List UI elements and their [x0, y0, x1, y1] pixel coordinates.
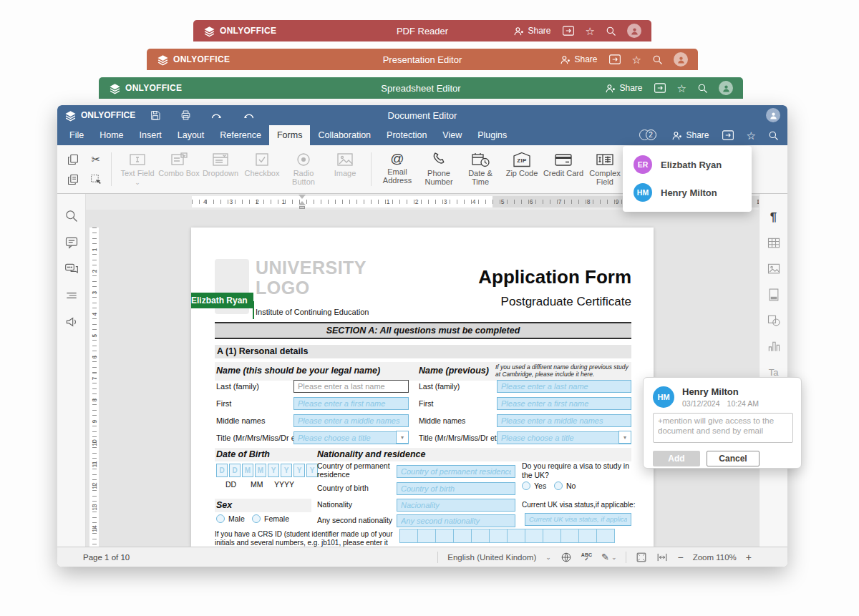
open-file-location-icon[interactable] [722, 129, 734, 141]
chart-settings-icon[interactable] [766, 338, 782, 354]
tab-layout[interactable]: Layout [170, 125, 213, 145]
tab-file[interactable]: File [62, 125, 92, 145]
zoom-out-button[interactable]: − [677, 552, 683, 562]
chevron-down-icon[interactable]: ⌄ [135, 179, 140, 187]
cut-icon[interactable]: ✂ [87, 150, 105, 169]
sex-female-option[interactable]: Female [252, 514, 289, 523]
tab-reference[interactable]: Reference [212, 125, 269, 145]
document-language-globe-icon[interactable] [560, 552, 572, 563]
zoom-in-button[interactable]: + [746, 552, 752, 562]
visa-status-input[interactable] [525, 513, 631, 526]
radio-icon[interactable] [522, 481, 530, 490]
header-footer-settings-icon[interactable] [766, 287, 782, 303]
paragraph-settings-icon[interactable]: ¶ [766, 210, 782, 225]
chevron-down-icon[interactable]: ⌄ [545, 554, 551, 561]
redo-icon[interactable] [210, 111, 223, 119]
print-icon[interactable] [180, 109, 192, 121]
page-indicator[interactable]: Page 1 of 10 [83, 553, 130, 562]
tab-view[interactable]: View [435, 125, 470, 145]
save-icon[interactable] [150, 109, 161, 121]
window-spreadsheet-editor-titlebar[interactable]: ONLYOFFICE Spreadsheet Editor Share ☆ [99, 77, 743, 99]
select-all-icon[interactable] [87, 170, 105, 189]
radio-icon[interactable] [216, 514, 225, 523]
active-users-badge[interactable]: 2 [639, 129, 659, 142]
fit-page-icon[interactable] [636, 552, 647, 563]
cancel-comment-button[interactable]: Cancel [707, 451, 759, 466]
open-file-location-icon[interactable] [608, 54, 621, 65]
share-button[interactable]: Share [560, 54, 598, 65]
open-file-location-icon[interactable] [654, 82, 666, 94]
window-pdf-reader-titlebar[interactable]: ONLYOFFICE PDF Reader Share ☆ [193, 20, 651, 41]
search-icon[interactable] [606, 26, 616, 36]
user-avatar[interactable] [674, 52, 688, 67]
last-name-input[interactable] [293, 380, 409, 393]
combo-box-button[interactable]: Combo Box [158, 145, 200, 193]
dropdown-button[interactable]: Dropdown [200, 145, 241, 193]
zoom-level[interactable]: Zoom 110% [693, 553, 737, 562]
middle-names-prev-input[interactable] [497, 414, 631, 427]
zip-code-button[interactable]: ZIP Zip Code [501, 145, 543, 193]
share-button[interactable]: Share [671, 130, 709, 141]
phone-number-button[interactable]: Phone Number [418, 145, 460, 193]
title-dropdown-arrow[interactable]: ▾ [396, 431, 409, 444]
tab-insert[interactable]: Insert [132, 125, 170, 145]
credit-card-button[interactable]: Credit Card [543, 145, 584, 193]
track-changes-button[interactable]: ✎⌄ [601, 552, 616, 562]
first-name-input[interactable] [293, 397, 409, 410]
radio-button-button[interactable]: Radio Button [283, 145, 324, 193]
search-icon[interactable] [697, 83, 708, 94]
copy-icon[interactable] [64, 150, 82, 169]
image-settings-icon[interactable] [766, 261, 782, 277]
search-icon[interactable] [768, 130, 779, 141]
table-settings-icon[interactable] [766, 235, 782, 251]
user-list-item[interactable]: HM Henry Milton [634, 183, 741, 202]
checkbox-button[interactable]: Checkbox [241, 145, 283, 193]
favorite-star-icon[interactable]: ☆ [586, 26, 595, 36]
favorite-star-icon[interactable]: ☆ [632, 54, 641, 65]
user-avatar[interactable] [719, 81, 733, 95]
chat-icon[interactable] [64, 261, 79, 277]
indent-marker[interactable] [299, 195, 306, 209]
language-selector[interactable]: English (United Kindom) [447, 553, 536, 562]
add-comment-button[interactable]: Add [653, 451, 700, 466]
title-combo-input[interactable] [293, 431, 409, 444]
country-birth-input[interactable] [397, 482, 515, 495]
last-name-prev-input[interactable] [497, 380, 631, 393]
visa-yes-option[interactable]: Yes [522, 481, 546, 490]
tab-collaboration[interactable]: Collaboration [310, 125, 379, 145]
favorite-star-icon[interactable]: ☆ [747, 130, 756, 141]
date-time-button[interactable]: Date & Time [460, 145, 501, 193]
dob-boxes[interactable]: DDMMYYYY [216, 464, 318, 477]
search-icon[interactable] [64, 208, 79, 224]
user-avatar[interactable] [627, 24, 641, 38]
search-icon[interactable] [652, 54, 663, 65]
document-page[interactable]: UNIVERSITY LOGO Elizbath Ryan Institute … [191, 228, 654, 547]
vertical-ruler[interactable]: 1234567891011121314 [89, 228, 99, 547]
image-button[interactable]: Image [324, 145, 366, 193]
title-prev-combo-input[interactable] [497, 431, 631, 444]
middle-names-input[interactable] [293, 414, 409, 427]
share-button[interactable]: Share [513, 26, 551, 36]
share-button[interactable]: Share [605, 83, 643, 94]
paste-icon[interactable] [64, 170, 82, 189]
perm-residence-input[interactable] [397, 465, 515, 478]
fit-width-icon[interactable] [656, 552, 668, 563]
sex-male-option[interactable]: Male [216, 514, 245, 523]
tab-forms[interactable]: Forms [269, 125, 310, 145]
user-list-item[interactable]: ER Elizbath Ryan [634, 155, 741, 174]
tab-plugins[interactable]: Plugins [470, 125, 515, 145]
first-name-prev-input[interactable] [497, 397, 631, 410]
headings-navigation-icon[interactable] [64, 288, 79, 303]
user-avatar[interactable] [766, 108, 780, 122]
tab-home[interactable]: Home [92, 125, 131, 145]
feedback-icon[interactable] [64, 314, 79, 330]
undo-icon[interactable] [242, 111, 255, 119]
open-file-location-icon[interactable] [562, 25, 575, 36]
radio-icon[interactable] [554, 481, 563, 490]
email-address-button[interactable]: @ Email Address [377, 145, 418, 193]
complex-field-button[interactable]: Complex Field [584, 145, 626, 193]
comment-input[interactable] [653, 413, 793, 443]
radio-icon[interactable] [252, 514, 261, 523]
second-nationality-input[interactable] [397, 514, 515, 527]
title-prev-dropdown-arrow[interactable]: ▾ [618, 431, 631, 444]
